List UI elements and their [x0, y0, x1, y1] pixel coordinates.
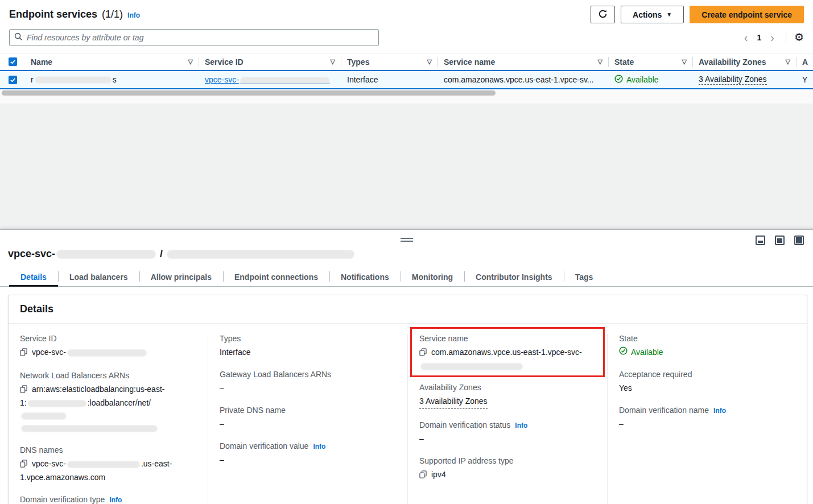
panel-resize-handle[interactable] — [401, 238, 413, 242]
filter-icon[interactable]: ▽ — [786, 58, 790, 65]
tab-endpoint-connections[interactable]: Endpoint connections — [223, 268, 329, 286]
details-column-1: Service ID vpce-svc- Network Load Balanc… — [9, 334, 208, 504]
search-input[interactable] — [27, 33, 374, 42]
preferences-gear-icon[interactable]: ⚙ — [794, 32, 804, 43]
refresh-icon — [598, 9, 608, 20]
service-id-link[interactable]: vpce-svc- — [205, 75, 331, 84]
column-header-service-name[interactable]: Service name — [444, 57, 495, 67]
search-icon — [14, 32, 23, 43]
scrollbar-thumb[interactable] — [2, 90, 496, 96]
column-header-name[interactable]: Name — [31, 57, 52, 67]
chevron-down-icon: ▼ — [666, 11, 672, 18]
row-acceptance-cell: Y — [797, 75, 813, 84]
table-header-row: Name▽ Service ID▽ Types▽ Service name▽ S… — [0, 53, 813, 70]
state-status: Available — [619, 346, 795, 358]
details-column-3: Service name com.amazonaws.vpce.us-east-… — [408, 334, 608, 504]
resource-count: (1/1) — [102, 9, 123, 20]
details-heading: Details — [20, 303, 795, 315]
tab-monitoring[interactable]: Monitoring — [401, 268, 464, 286]
column-header-service-id[interactable]: Service ID — [205, 57, 244, 67]
redacted-text — [21, 425, 158, 432]
redacted-text — [167, 250, 354, 259]
row-checkbox[interactable] — [9, 76, 17, 84]
filter-icon[interactable]: ▽ — [427, 58, 432, 65]
row-types-cell: Interface — [341, 75, 438, 84]
details-column-2: Types Interface Gateway Load Balancers A… — [208, 334, 408, 504]
previous-page-button[interactable]: ‹ — [741, 32, 752, 43]
page-title: Endpoint services — [9, 9, 97, 20]
redacted-text — [28, 400, 86, 407]
field-domain-verification-value: Domain verification valueInfo – — [220, 441, 396, 466]
info-link[interactable]: Info — [515, 422, 527, 429]
row-state-status: Available — [614, 75, 659, 85]
table-row[interactable]: rs vpce-svc- Interface com.amazonaws.vpc… — [0, 70, 813, 89]
info-link[interactable]: Info — [109, 496, 122, 504]
check-circle-icon — [614, 75, 623, 85]
filter-icon[interactable]: ▽ — [598, 58, 602, 65]
detail-split-panel: vpce-svc- / Details Load balancers Allow… — [0, 229, 813, 504]
filter-icon[interactable]: ▽ — [682, 58, 687, 65]
copy-icon[interactable] — [419, 469, 427, 482]
column-header-acceptance[interactable]: A — [802, 57, 808, 67]
field-domain-verification-type: Domain verification typeInfo – — [20, 495, 196, 504]
divider — [786, 31, 786, 44]
filter-icon[interactable]: ▽ — [188, 58, 193, 65]
tab-contributor-insights[interactable]: Contributor Insights — [464, 268, 564, 286]
copy-icon[interactable] — [20, 384, 27, 396]
redacted-text — [35, 76, 112, 84]
actions-button[interactable]: Actions ▼ — [621, 6, 684, 23]
redacted-text — [67, 349, 147, 357]
field-nlb-arns: Network Load Balancers ARNs arn:aws:elas… — [20, 371, 196, 434]
field-private-dns-name: Private DNS name – — [220, 406, 396, 430]
panel-position-full-icon[interactable] — [794, 236, 804, 245]
column-header-state[interactable]: State — [614, 57, 634, 67]
details-card: Details Service ID vpce-svc- Network Loa… — [8, 295, 807, 504]
background-area — [0, 104, 813, 229]
row-name-cell: rs — [25, 75, 199, 84]
panel-position-split-icon[interactable] — [775, 236, 785, 245]
copy-icon[interactable] — [419, 347, 427, 360]
info-link[interactable]: Info — [313, 443, 325, 451]
redacted-text — [420, 363, 523, 370]
refresh-button[interactable] — [591, 6, 615, 23]
field-domain-verification-name: Domain verification nameInfo – — [619, 406, 795, 430]
title-info-link[interactable]: Info — [127, 11, 140, 19]
horizontal-scrollbar[interactable] — [0, 89, 813, 97]
copy-icon[interactable] — [20, 458, 27, 471]
panel-tabs: Details Load balancers Allow principals … — [0, 268, 813, 287]
field-availability-zones: Availability Zones 3 Availability Zones — [419, 383, 596, 409]
tab-allow-principals[interactable]: Allow principals — [139, 268, 223, 286]
column-header-availability-zones[interactable]: Availability Zones — [699, 57, 766, 67]
filter-icon[interactable]: ▽ — [331, 58, 335, 65]
select-all-checkbox[interactable] — [9, 57, 17, 66]
search-box[interactable] — [9, 29, 379, 46]
page-number[interactable]: 1 — [754, 33, 764, 42]
tab-tags[interactable]: Tags — [564, 268, 605, 286]
field-acceptance-required: Acceptance required Yes — [619, 370, 795, 394]
copy-icon[interactable] — [20, 347, 27, 360]
availability-zones-popover-trigger[interactable]: 3 Availability Zones — [419, 395, 488, 409]
endpoint-services-list-section: Endpoint services (1/1) Info Actions ▼ C… — [0, 0, 813, 229]
panel-position-bottom-icon[interactable] — [756, 236, 765, 245]
availability-zones-popover-trigger[interactable]: 3 Availability Zones — [699, 75, 767, 85]
field-gateway-arns: Gateway Load Balancers ARNs – — [220, 370, 396, 394]
divider — [0, 97, 813, 104]
endpoint-services-table: Name▽ Service ID▽ Types▽ Service name▽ S… — [0, 53, 813, 97]
tab-details[interactable]: Details — [9, 268, 58, 286]
info-link[interactable]: Info — [713, 407, 726, 415]
next-page-button[interactable]: › — [767, 32, 778, 43]
redacted-text — [56, 250, 156, 259]
create-endpoint-service-button[interactable]: Create endpoint service — [690, 6, 804, 23]
redacted-text — [67, 461, 140, 468]
field-state: State Available — [619, 334, 795, 358]
field-dns-names: DNS names vpce-svc-.us-east-1.vpce.amazo… — [20, 445, 196, 484]
check-circle-icon — [619, 346, 628, 358]
field-supported-ip: Supported IP address type ipv4 — [419, 456, 596, 482]
field-service-id: Service ID vpce-svc- — [20, 334, 196, 360]
column-header-types[interactable]: Types — [347, 57, 369, 67]
redacted-text — [21, 412, 67, 420]
tab-load-balancers[interactable]: Load balancers — [58, 268, 139, 286]
field-domain-verification-status: Domain verification statusInfo – — [419, 420, 596, 445]
tab-notifications[interactable]: Notifications — [329, 268, 401, 286]
field-types: Types Interface — [220, 334, 396, 358]
